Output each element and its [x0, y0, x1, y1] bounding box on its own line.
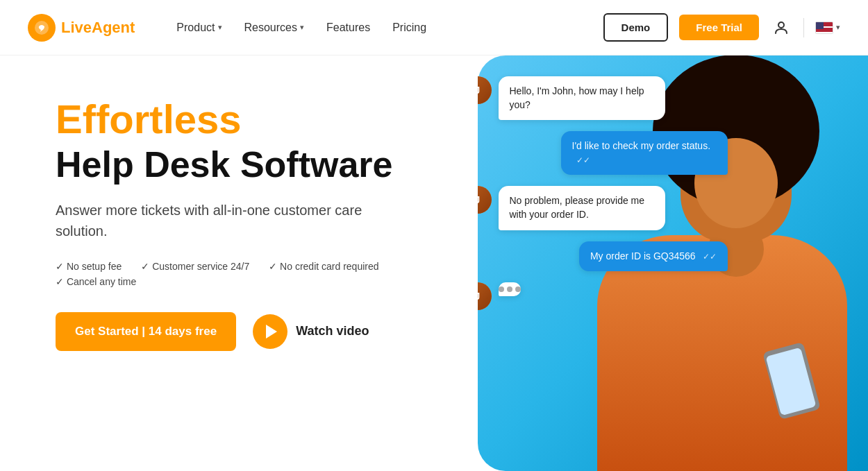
chat-bubble-3: No problem, please provide me with your … — [499, 186, 665, 230]
double-check-icon: ✓✓ — [576, 155, 590, 165]
chevron-down-icon: ▾ — [218, 23, 222, 32]
hero-right: J Hello, I'm John, how may I help you? I… — [478, 55, 869, 471]
chat-bubble-4: My order ID is GQ34566 ✓✓ — [579, 241, 728, 272]
chevron-down-icon: ▾ — [300, 23, 304, 32]
agent-avatar-3: J — [478, 282, 492, 310]
headline-orange: Effortless — [56, 97, 450, 142]
play-triangle — [266, 325, 277, 339]
logo-icon — [28, 14, 56, 42]
chat-row-typing: J — [478, 282, 728, 310]
typing-dot-3 — [515, 286, 521, 292]
badge-cancel-anytime: ✓ Cancel any time — [56, 276, 136, 287]
chat-row-3: J No problem, please provide me with you… — [478, 186, 728, 230]
logo[interactable]: LiveAgent — [28, 14, 135, 42]
chat-row-2: I'd like to check my order status. ✓✓ — [478, 131, 728, 175]
navbar: LiveAgent Product ▾ Resources ▾ Features… — [0, 0, 868, 55]
nav-product[interactable]: Product ▾ — [176, 22, 222, 34]
language-selector[interactable]: ▾ — [815, 22, 840, 34]
nav-actions: Demo Free Trial ▾ — [603, 13, 840, 42]
watch-video-button[interactable]: Watch video — [253, 314, 369, 349]
chat-container: J Hello, I'm John, how may I help you? I… — [478, 76, 728, 310]
typing-dot-1 — [499, 286, 504, 292]
hero-left: Effortless Help Desk Software Answer mor… — [0, 55, 478, 471]
headline-black: Help Desk Software — [56, 144, 450, 186]
nav-links: Product ▾ Resources ▾ Features Pricing — [176, 22, 426, 34]
typing-dot-2 — [507, 286, 512, 292]
watch-video-label: Watch video — [296, 324, 369, 339]
double-check-icon-2: ✓✓ — [703, 252, 717, 262]
play-icon — [253, 314, 287, 349]
chat-bubble-2: I'd like to check my order status. ✓✓ — [561, 131, 728, 175]
flag-icon — [815, 22, 833, 34]
badge-no-credit-card: ✓ No credit card required — [269, 261, 378, 272]
lang-chevron-icon: ▾ — [836, 23, 840, 32]
svg-point-1 — [778, 22, 784, 28]
nav-resources[interactable]: Resources ▾ — [244, 22, 304, 34]
free-trial-button[interactable]: Free Trial — [679, 15, 759, 40]
subheadline: Answer more tickets with all-in-one cust… — [56, 200, 417, 241]
chat-row-4: My order ID is GQ34566 ✓✓ — [478, 241, 728, 272]
badge-no-setup: ✓ No setup fee — [56, 261, 122, 272]
chat-row-1: J Hello, I'm John, how may I help you? — [478, 76, 728, 120]
logo-text: LiveAgent — [61, 19, 135, 37]
nav-pricing[interactable]: Pricing — [392, 22, 426, 34]
nav-features[interactable]: Features — [326, 22, 370, 34]
hero-section: Effortless Help Desk Software Answer mor… — [0, 55, 868, 471]
cta-row: Get Started | 14 days free Watch video — [56, 312, 450, 351]
nav-divider — [803, 18, 804, 37]
chat-bubble-1: Hello, I'm John, how may I help you? — [499, 76, 665, 120]
get-started-button[interactable]: Get Started | 14 days free — [56, 312, 236, 351]
trust-badges: ✓ No setup fee ✓ Customer service 24/7 ✓… — [56, 261, 450, 287]
user-account-icon[interactable] — [770, 17, 792, 39]
agent-avatar-2: J — [478, 186, 492, 214]
badge-customer-service: ✓ Customer service 24/7 — [141, 261, 249, 272]
agent-avatar-1: J — [478, 76, 492, 104]
demo-button[interactable]: Demo — [603, 13, 669, 42]
typing-indicator — [499, 282, 521, 296]
